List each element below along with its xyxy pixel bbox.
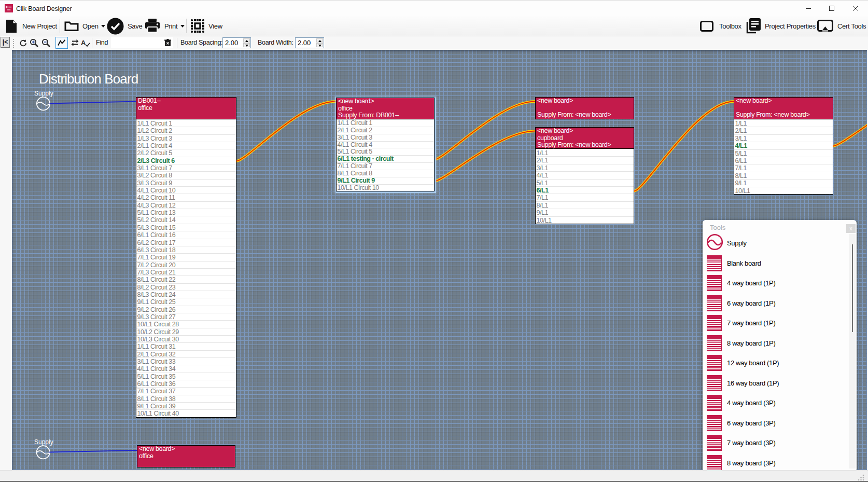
svg-text:A: A [81, 39, 86, 47]
